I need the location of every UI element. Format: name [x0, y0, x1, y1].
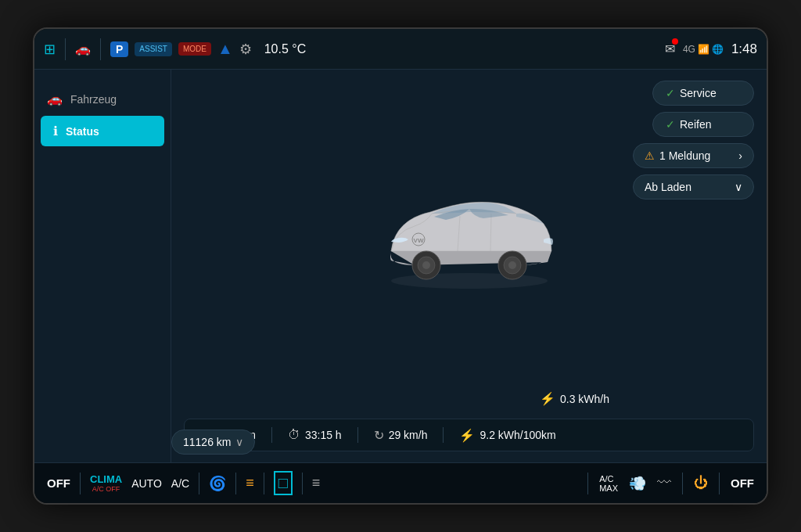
seat-heat-icon[interactable]: ≡	[246, 475, 254, 491]
svg-point-5	[422, 261, 430, 269]
car-area: VW	[184, 81, 754, 382]
stats-row: ⟷ 941 km ⏱ 33:15 h ↻ 29 km/h ⚡ 9.2 kWh/1…	[184, 419, 754, 451]
clima-label: CLIMA	[90, 473, 122, 485]
airflow-icon[interactable]: 💨	[629, 475, 646, 492]
consumption-stat: ⚡ 9.2 kWh/100km	[459, 428, 555, 443]
climate-sep-5	[302, 473, 303, 494]
climate-sep-2	[199, 473, 199, 494]
consumption-icon: ⚡	[459, 428, 475, 443]
stat-sep-1	[271, 427, 272, 443]
4g-icon: 4G	[683, 44, 695, 55]
consumption-value: 9.2 kWh/100km	[480, 429, 555, 441]
menu-icon[interactable]: ≡	[312, 475, 321, 491]
km-label: 11126 km	[183, 436, 231, 448]
car-image: VW	[368, 173, 571, 290]
car-icon[interactable]: 🚗	[75, 41, 91, 56]
clock-display: 1:48	[731, 41, 757, 57]
energy-value: 0.3 kWh/h	[560, 393, 609, 405]
vehicle-icon: 🚗	[47, 92, 63, 106]
climate-sep-1	[80, 473, 81, 494]
time-stat: ⏱ 33:15 h	[288, 428, 342, 442]
speed-value: 29 km/h	[389, 429, 428, 441]
power-icon[interactable]: ⏻	[694, 475, 708, 491]
status-icon: ℹ	[53, 124, 58, 138]
message-icon-container[interactable]: ✉	[665, 41, 675, 56]
svg-point-8	[508, 261, 516, 269]
main-screen: ⊞ 🚗 P ASSIST MODE ▲ ⚙ 10.5 °C ✉ 4G 📶 🌐	[33, 27, 768, 505]
parking-icon[interactable]: P	[110, 41, 128, 57]
km-dropdown-icon: ∨	[235, 436, 243, 448]
climate-right: A/CMAX 💨 〰 ⏻ OFF	[587, 473, 754, 494]
time-icon: ⏱	[288, 428, 300, 442]
separator-1	[65, 38, 66, 60]
fan-icon[interactable]: 🌀	[209, 475, 226, 492]
top-bar: ⊞ 🚗 P ASSIST MODE ▲ ⚙ 10.5 °C ✉ 4G 📶 🌐	[34, 29, 767, 70]
clima-badge: CLIMA A/C OFF	[90, 473, 122, 493]
svg-point-0	[391, 273, 548, 289]
settings-icon[interactable]: ⚙	[239, 41, 252, 58]
climate-sep-8	[719, 473, 720, 494]
middle-row: 11126 km ∨ ⚡ 0.3 kWh/h	[184, 391, 754, 406]
climate-off-label: OFF	[47, 476, 70, 490]
airflow2-icon[interactable]: 〰	[657, 475, 671, 491]
climate-sep-7	[682, 473, 683, 494]
sidebar: 🚗 Fahrzeug ℹ Status	[34, 70, 171, 462]
signal-area: 4G 📶 🌐	[683, 44, 724, 55]
navigation-icon[interactable]: ▲	[217, 40, 233, 58]
climate-sep-4	[264, 473, 264, 494]
climate-off-right-label: OFF	[731, 476, 754, 490]
center-display-icon[interactable]: □	[274, 471, 293, 495]
climate-sep-6	[587, 473, 588, 494]
main-area: 🚗 Fahrzeug ℹ Status ✓ Service ✓ Reifen	[34, 70, 767, 462]
message-badge	[672, 38, 678, 45]
climate-bar: OFF CLIMA A/C OFF AUTO A/C 🌀 ≡ □ ≡ A/CMA…	[34, 462, 767, 503]
vehicle-label: Fahrzeug	[70, 93, 117, 106]
grid-icon[interactable]: ⊞	[44, 41, 56, 58]
speed-stat: ↻ 29 km/h	[374, 428, 428, 443]
top-bar-right: ✉ 4G 📶 🌐 1:48	[665, 41, 757, 57]
signal-bars-icon: 📶	[698, 44, 709, 55]
speed-icon: ↻	[374, 428, 384, 443]
sidebar-item-status[interactable]: ℹ Status	[41, 116, 164, 146]
stat-sep-2	[357, 427, 358, 443]
clima-sub-label: A/C OFF	[92, 485, 120, 493]
separator-2	[100, 38, 101, 60]
temperature-display: 10.5 °C	[264, 42, 307, 56]
climate-ac-label: A/C	[171, 477, 189, 490]
stat-sep-3	[443, 427, 444, 443]
charging-icon: ⚡	[540, 391, 555, 406]
content-area: ✓ Service ✓ Reifen ⚠ 1 Meldung › Ab Lade…	[171, 70, 767, 462]
climate-sep-3	[235, 473, 236, 494]
assist-icon[interactable]: ASSIST	[135, 42, 172, 56]
svg-text:VW: VW	[413, 237, 423, 244]
km-badge[interactable]: 11126 km ∨	[171, 430, 255, 455]
climate-auto-label: AUTO	[131, 477, 162, 490]
ac-max-icon[interactable]: A/CMAX	[599, 474, 618, 493]
time-value: 33:15 h	[305, 429, 342, 441]
sidebar-status-label: Status	[66, 125, 99, 138]
energy-display: ⚡ 0.3 kWh/h	[540, 391, 609, 406]
sidebar-vehicle-header: 🚗 Fahrzeug	[34, 82, 171, 113]
mode-icon[interactable]: MODE	[178, 42, 211, 56]
wifi-icon: 🌐	[712, 44, 724, 55]
